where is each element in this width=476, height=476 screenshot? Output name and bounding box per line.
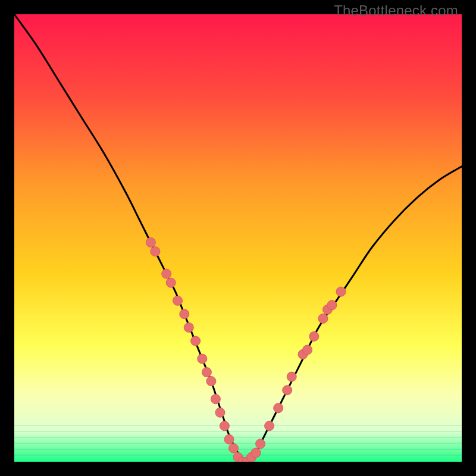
svg-rect-6 (14, 455, 462, 456)
svg-rect-2 (14, 431, 462, 432)
chart-frame (14, 14, 462, 462)
svg-rect-5 (14, 449, 462, 450)
watermark-text: TheBottleneck.com (334, 2, 458, 19)
background-gradient (14, 14, 462, 462)
svg-rect-4 (14, 443, 462, 444)
svg-rect-0 (14, 14, 462, 462)
plot-area (14, 14, 462, 462)
svg-rect-1 (14, 425, 462, 426)
svg-rect-3 (14, 437, 462, 438)
